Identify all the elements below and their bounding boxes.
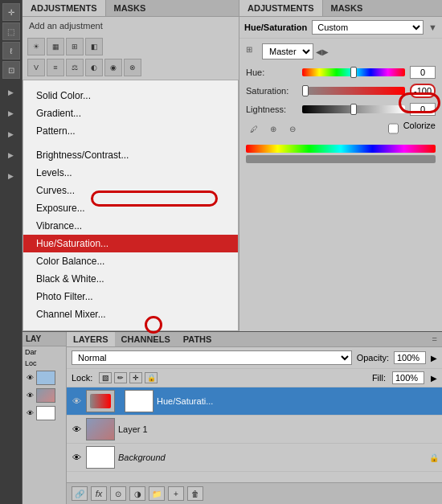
channel-select[interactable]: Master xyxy=(262,43,313,59)
menu-black-white[interactable]: Black & White... xyxy=(23,270,238,288)
left-layer-row-1: 👁 xyxy=(23,369,66,387)
menu-color-balance[interactable]: Color Balance... xyxy=(23,252,238,270)
layer-eye-1[interactable]: 👁 xyxy=(70,423,83,436)
menu-curves[interactable]: Curves... xyxy=(23,182,238,199)
menu-solid-color[interactable]: Solid Color... xyxy=(23,87,238,104)
colorize-checkbox[interactable] xyxy=(388,121,399,137)
menu-pattern[interactable]: Pattern... xyxy=(23,122,238,140)
fill-arrow[interactable]: ▶ xyxy=(431,374,437,383)
left-eye-1[interactable]: 👁 xyxy=(25,373,35,383)
adj-layer-btn[interactable]: ◑ xyxy=(129,486,145,501)
left-layer-row-3: 👁 xyxy=(23,404,66,422)
saturation-label: Saturation: xyxy=(246,86,302,96)
lightness-slider[interactable] xyxy=(302,105,405,113)
menu-vibrance[interactable]: Vibrance... xyxy=(23,217,238,235)
fill-value[interactable]: 100% xyxy=(392,371,424,384)
layer-row-1[interactable]: 👁 Layer 1 xyxy=(67,416,442,444)
layer-row-hue-sat[interactable]: 👁 Hue/Saturati... xyxy=(67,387,442,416)
eyedropper-plus-icon[interactable]: ⊕ xyxy=(265,121,281,137)
lock-bg-icon: 🔒 xyxy=(429,453,439,462)
lightness-value[interactable]: 0 xyxy=(410,103,436,116)
opacity-value[interactable]: 100% xyxy=(394,351,426,364)
arrow-right-1[interactable]: ▶ xyxy=(8,85,14,100)
channel-arrows: ◀▶ xyxy=(316,47,329,56)
hue-sat-title: Hue/Saturation xyxy=(244,23,307,32)
lock-image[interactable]: ✏ xyxy=(114,372,127,383)
tool-select[interactable]: ⬚ xyxy=(2,23,20,40)
saturation-slider[interactable] xyxy=(302,87,405,95)
layer-row-bg[interactable]: 👁 Background 🔒 xyxy=(67,444,442,472)
menu-exposure[interactable]: Exposure... xyxy=(23,199,238,217)
adj-icon-levels[interactable]: ▦ xyxy=(47,38,64,55)
layer-thumb-hue-sat-adj xyxy=(86,390,115,412)
layer-thumb-bg xyxy=(86,446,115,469)
adj-icon-bw[interactable]: ◐ xyxy=(85,59,103,76)
menu-gradient[interactable]: Gradient... xyxy=(23,104,238,122)
tab-adjustments-left[interactable]: ADJUSTMENTS xyxy=(23,0,106,16)
lock-transparent[interactable]: ▧ xyxy=(99,372,112,383)
color-bar-result xyxy=(246,155,436,163)
lock-position[interactable]: ✛ xyxy=(129,372,142,383)
tool-move[interactable]: ✛ xyxy=(2,3,20,21)
layer-eye-hue-sat[interactable]: 👁 xyxy=(70,395,83,408)
adj-icon-vibrance[interactable]: V xyxy=(27,59,45,76)
tab-layers[interactable]: LAYERS xyxy=(67,332,115,346)
delete-layer-btn[interactable]: 🗑 xyxy=(187,486,203,501)
left-thumb-3 xyxy=(36,406,55,420)
saturation-value[interactable]: -100 xyxy=(410,84,436,98)
adj-icon-colorbal[interactable]: ⚖ xyxy=(66,59,84,76)
new-layer-btn[interactable]: + xyxy=(168,486,184,501)
eyedropper-icon[interactable]: 🖊 xyxy=(246,121,262,137)
adj-icon-brightness[interactable]: ☀ xyxy=(27,38,45,55)
link-layers-btn[interactable]: 🔗 xyxy=(72,486,88,501)
menu-channel-mixer[interactable]: Channel Mixer... xyxy=(23,305,238,323)
menu-photo-filter[interactable]: Photo Filter... xyxy=(23,288,238,305)
adj-icon-channelmix[interactable]: ⊗ xyxy=(124,59,141,76)
hue-label: Hue: xyxy=(246,68,302,77)
arrow-right-2[interactable]: ▶ xyxy=(8,106,14,121)
mask-btn[interactable]: ⊙ xyxy=(110,486,126,501)
left-eye-2[interactable]: 👁 xyxy=(25,391,35,400)
opacity-arrow[interactable]: ▶ xyxy=(431,354,437,363)
tab-adjustments-right[interactable]: ADJUSTMENTS xyxy=(239,0,323,16)
eyedropper-minus-icon[interactable]: ⊖ xyxy=(284,121,301,137)
adj-icon-huesat[interactable]: ≡ xyxy=(47,59,64,76)
hue-slider[interactable] xyxy=(302,68,405,76)
adj-icon-curves[interactable]: ⊞ xyxy=(66,38,84,55)
layer-thumb-1 xyxy=(86,418,115,440)
menu-invert[interactable]: Invert xyxy=(23,330,238,331)
arrow-right-5[interactable]: ▶ xyxy=(8,169,14,183)
menu-brightness-contrast[interactable]: Brightness/Contrast... xyxy=(23,146,238,164)
left-eye-3[interactable]: 👁 xyxy=(25,408,35,418)
layer-eye-bg[interactable]: 👁 xyxy=(70,451,83,464)
panel-menu-icon[interactable]: ▼ xyxy=(428,23,437,32)
preset-dropdown[interactable]: Custom xyxy=(312,20,424,35)
tool-crop[interactable]: ⊡ xyxy=(2,61,20,79)
lock-all[interactable]: 🔒 xyxy=(145,372,158,383)
layers-panel-menu[interactable]: = xyxy=(428,332,442,346)
hue-handle[interactable] xyxy=(350,67,357,78)
group-btn[interactable]: 📁 xyxy=(149,486,165,501)
lightness-handle[interactable] xyxy=(350,104,357,115)
tab-masks-right[interactable]: MASKS xyxy=(323,0,371,16)
adj-icon-photofilter[interactable]: ◉ xyxy=(104,59,122,76)
tab-channels[interactable]: CHANNELS xyxy=(115,332,177,346)
layers-toolbar: 🔗 fx ⊙ ◑ 📁 + 🗑 xyxy=(67,482,442,504)
arrow-right-3[interactable]: ▶ xyxy=(8,127,14,141)
fx-btn[interactable]: fx xyxy=(91,486,107,501)
tool-lasso[interactable]: ℓ xyxy=(2,42,20,59)
arrow-right-4[interactable]: ▶ xyxy=(8,148,14,162)
left-layer-row-2: 👁 xyxy=(23,387,66,404)
menu-hue-saturation[interactable]: Hue/Saturation... xyxy=(23,235,238,252)
hue-value[interactable]: 0 xyxy=(410,66,436,79)
menu-levels[interactable]: Levels... xyxy=(23,164,238,182)
adj-icon-exposure[interactable]: ◧ xyxy=(85,38,103,55)
right-layers-panel: LAYERS CHANNELS PATHS = Normal Opacity: … xyxy=(67,332,442,504)
left-thumb-2 xyxy=(36,388,55,403)
fill-label: Fill: xyxy=(372,373,386,383)
saturation-handle[interactable] xyxy=(302,85,309,96)
tab-masks-left[interactable]: MASKS xyxy=(106,0,154,16)
color-bar-spectrum xyxy=(246,145,436,153)
blend-mode-select[interactable]: Normal xyxy=(72,350,352,365)
tab-paths[interactable]: PATHS xyxy=(177,332,219,346)
